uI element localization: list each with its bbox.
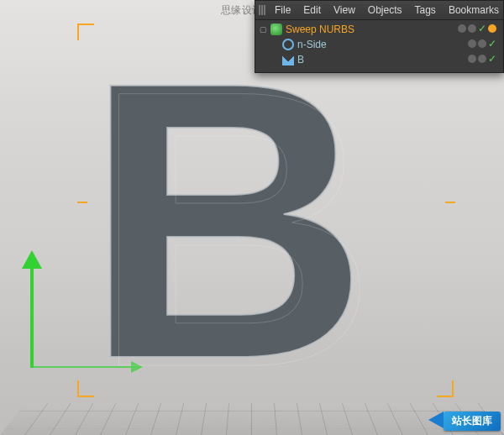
tree-row-nside[interactable]: n-Side ✓	[259, 37, 500, 52]
object-tree[interactable]: ▢ Sweep NURBS ✓ n-Side ✓	[255, 20, 503, 72]
nside-spline-icon	[282, 39, 294, 50]
visibility-dot-icon[interactable]	[468, 55, 476, 63]
menu-objects[interactable]: Objects	[363, 1, 407, 19]
visibility-dot-icon[interactable]	[468, 39, 476, 48]
tree-item-label: B	[297, 54, 304, 66]
visibility-dot-icon[interactable]	[468, 24, 476, 33]
enable-check-icon[interactable]: ✓	[488, 38, 496, 50]
panel-menubar: File Edit View Objects Tags Bookmarks	[255, 1, 503, 20]
enable-check-icon[interactable]: ✓	[488, 53, 496, 65]
visibility-dot-icon[interactable]	[478, 39, 486, 48]
letter-b-wireframe: B	[92, 42, 369, 417]
menu-edit[interactable]: Edit	[298, 1, 326, 19]
tree-item-label: n-Side	[297, 39, 327, 50]
axis-y-arrow	[30, 267, 34, 368]
site-badge: 站长图库	[444, 411, 501, 431]
menu-bookmarks[interactable]: Bookmarks	[444, 1, 504, 19]
visibility-dot-icon[interactable]	[458, 24, 466, 33]
tag-dot-icon[interactable]	[488, 24, 496, 33]
selected-object-letter[interactable]: B B	[84, 34, 437, 395]
visibility-dot-icon[interactable]	[478, 55, 486, 63]
selection-bracket	[77, 24, 94, 40]
menu-file[interactable]: File	[270, 1, 296, 19]
3d-viewport[interactable]: B B 思缘设计论坛 WWW.MISSYUAN.COM 站长图库 File Ed…	[0, 0, 504, 435]
sweep-nurbs-icon	[270, 24, 282, 35]
menu-view[interactable]: View	[328, 1, 360, 19]
text-spline-icon	[282, 54, 294, 66]
selection-bracket	[437, 380, 454, 397]
selection-bracket	[445, 202, 455, 203]
selection-bracket	[77, 202, 87, 203]
tree-row-sweep-nurbs[interactable]: ▢ Sweep NURBS ✓	[259, 22, 500, 37]
object-manager-panel[interactable]: File Edit View Objects Tags Bookmarks ▢ …	[255, 0, 504, 73]
menu-tags[interactable]: Tags	[410, 1, 441, 19]
selection-bracket	[77, 380, 94, 397]
expand-toggle-icon[interactable]: ▢	[259, 25, 267, 34]
enable-check-icon[interactable]: ✓	[478, 23, 486, 34]
panel-grip-icon[interactable]	[259, 5, 265, 15]
tree-row-b-spline[interactable]: B ✓	[259, 52, 500, 67]
tree-item-label: Sweep NURBS	[286, 24, 354, 35]
